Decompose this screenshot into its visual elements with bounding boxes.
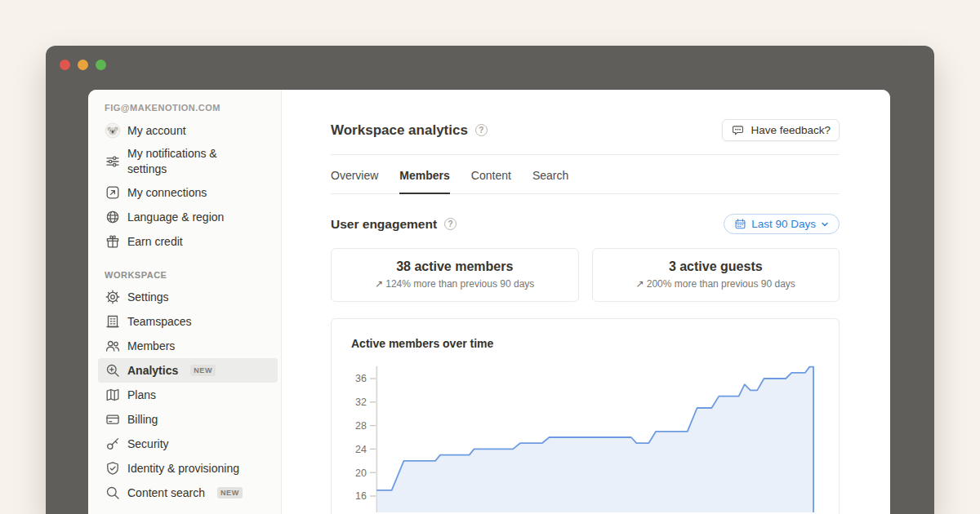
gear-icon: [105, 289, 121, 305]
sidebar-item-label: Earn credit: [127, 234, 183, 250]
new-badge: NEW: [217, 487, 243, 498]
svg-text:32: 32: [355, 397, 367, 408]
page-title: Workspace analytics: [331, 122, 468, 139]
sidebar-item-security[interactable]: Security: [98, 432, 278, 456]
magnify-plus-icon: [105, 362, 121, 379]
chevron-down-icon: [821, 220, 829, 228]
new-badge: NEW: [190, 365, 216, 376]
magnify-icon: [105, 485, 121, 501]
sidebar-item-label: My connections: [127, 185, 207, 201]
tab-search[interactable]: Search: [532, 169, 568, 193]
settings-sidebar: FIG@MAKENOTION.COM My account: [88, 90, 282, 514]
tab-members[interactable]: Members: [399, 169, 449, 194]
have-feedback-button[interactable]: Have feedback?: [722, 119, 840, 141]
sidebar-item-label: Content search: [127, 485, 205, 501]
svg-text:36: 36: [355, 373, 367, 384]
sidebar-item-analytics[interactable]: Analytics NEW: [98, 358, 278, 383]
gift-icon: [105, 233, 121, 250]
settings-modal: FIG@MAKENOTION.COM My account: [88, 90, 890, 514]
help-icon[interactable]: ?: [444, 218, 457, 230]
header-divider: [331, 154, 840, 155]
analytics-main-panel: Workspace analytics ? Have feedback? Ove…: [282, 90, 890, 514]
sidebar-item-members[interactable]: Members: [98, 334, 278, 358]
sidebar-item-label: Analytics: [127, 363, 178, 379]
avatar-icon: [105, 122, 121, 139]
sidebar-item-label: Language & region: [127, 210, 224, 225]
account-email-label: FIG@MAKENOTION.COM: [98, 103, 278, 113]
building-icon: [105, 313, 121, 330]
date-range-label: Last 90 Days: [751, 218, 816, 230]
svg-text:28: 28: [355, 420, 367, 432]
svg-text:24: 24: [355, 444, 367, 455]
analytics-tabs: Overview Members Content Search: [331, 162, 840, 194]
sidebar-item-label: Plans: [127, 388, 156, 403]
sidebar-item-plans[interactable]: Plans: [98, 383, 278, 407]
stat-delta-text: 124% more than previous 90 days: [385, 278, 534, 290]
sidebar-item-label: Teamspaces: [127, 314, 192, 330]
sidebar-item-teamspaces[interactable]: Teamspaces: [98, 309, 278, 334]
trend-up-icon: ↗: [636, 278, 644, 290]
sidebar-item-label: Security: [127, 436, 169, 452]
sidebar-item-content-search[interactable]: Content search NEW: [98, 481, 278, 505]
close-window-button[interactable]: [60, 60, 70, 70]
map-icon: [105, 387, 121, 403]
sidebar-item-billing[interactable]: Billing: [98, 407, 278, 432]
app-window: FIG@MAKENOTION.COM My account: [46, 46, 934, 514]
sidebar-item-label: My notifications & settings: [127, 146, 255, 177]
sidebar-item-label: Identity & provisioning: [127, 461, 239, 476]
sidebar-item-my-connections[interactable]: My connections: [98, 180, 278, 205]
trend-up-icon: ↗: [375, 278, 383, 290]
stat-delta: ↗124% more than previous 90 days: [338, 278, 572, 290]
zoom-window-button[interactable]: [96, 60, 106, 70]
sidebar-item-label: Members: [127, 339, 175, 354]
calendar-icon: [734, 218, 746, 230]
sidebar-item-label: Settings: [127, 290, 169, 305]
active-members-chart-card: Active members over time 162024283236: [331, 318, 840, 514]
sidebar-item-settings[interactable]: Settings: [98, 285, 278, 309]
shield-check-icon: [105, 460, 121, 476]
active-members-chart: 162024283236: [351, 356, 819, 512]
stat-delta-text: 200% more than previous 90 days: [647, 278, 795, 290]
svg-text:16: 16: [355, 490, 367, 502]
tab-content[interactable]: Content: [471, 169, 511, 193]
window-titlebar: [46, 46, 934, 90]
workspace-section-label: WORKSPACE: [98, 270, 278, 280]
sliders-icon: [105, 153, 121, 170]
stat-delta: ↗200% more than previous 90 days: [599, 278, 833, 290]
sidebar-item-my-account[interactable]: My account: [98, 118, 278, 143]
sidebar-item-earn-credit[interactable]: Earn credit: [98, 229, 278, 254]
feedback-button-label: Have feedback?: [751, 124, 831, 136]
tab-overview[interactable]: Overview: [331, 169, 378, 193]
credit-card-icon: [105, 411, 121, 428]
section-title: User engagement: [331, 217, 437, 232]
svg-text:20: 20: [355, 467, 367, 479]
people-icon: [105, 338, 121, 354]
sidebar-item-my-notifications-settings[interactable]: My notifications & settings: [98, 143, 278, 180]
sidebar-item-identity-provisioning[interactable]: Identity & provisioning: [98, 456, 278, 481]
feedback-bubble-icon: [731, 123, 745, 137]
help-icon[interactable]: ?: [475, 124, 488, 136]
arrow-square-icon: [105, 184, 121, 201]
stat-card-active-members: 38 active members ↗124% more than previo…: [331, 248, 579, 302]
stat-headline: 3 active guests: [599, 259, 833, 274]
chart-title: Active members over time: [351, 337, 819, 350]
stat-card-active-guests: 3 active guests ↗200% more than previous…: [592, 248, 840, 302]
sidebar-item-language-region[interactable]: Language & region: [98, 205, 278, 229]
key-icon: [105, 436, 121, 452]
stat-headline: 38 active members: [338, 259, 572, 274]
sidebar-item-label: Billing: [127, 412, 158, 428]
globe-icon: [105, 209, 121, 225]
date-range-button[interactable]: Last 90 Days: [724, 214, 840, 234]
sidebar-item-label: My account: [127, 123, 186, 139]
minimize-window-button[interactable]: [78, 60, 88, 70]
